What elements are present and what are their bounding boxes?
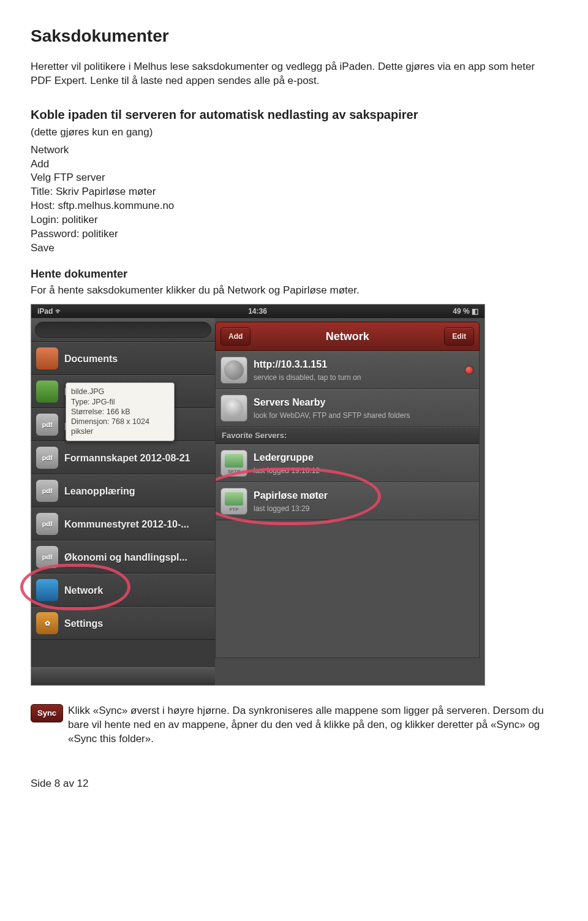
sidebar-item-pdf[interactable]: pdf Økonomi og handlingspl...: [31, 540, 215, 574]
sidebar-item-label: Documents: [64, 352, 118, 366]
pdf-icon: pdf: [36, 447, 58, 469]
intro-paragraph: Heretter vil politikere i Melhus lese sa…: [31, 60, 557, 88]
add-button[interactable]: Add: [221, 327, 251, 346]
sidebar-item-network[interactable]: Network: [31, 574, 215, 607]
favorite-servers-label: Favorite Servers:: [216, 427, 479, 444]
status-left: iPad ᯤ: [37, 306, 62, 316]
status-bar: iPad ᯤ 14:36 49 % ◧: [31, 305, 484, 318]
setup-line: Velg FTP server: [31, 171, 557, 185]
status-dot-icon: [466, 366, 473, 374]
globe-icon: [221, 357, 247, 384]
tooltip-line: Dimensjon: 768 x 1024 piksler: [71, 417, 169, 437]
app-sidebar: Documents Rece bilde.JPG Type: JPG-fil S…: [31, 318, 215, 685]
server-title: Papirløse møter: [254, 489, 328, 502]
sync-button[interactable]: Sync: [31, 704, 63, 722]
panel-header: Add Network Edit: [215, 322, 480, 351]
setup-steps: Network Add Velg FTP server Title: Skriv…: [31, 143, 557, 256]
pdf-icon: pdf: [36, 513, 58, 535]
sidebar-item-pdf[interactable]: pdf Formannskapet 2012-08-21: [31, 441, 215, 474]
server-subtitle: last logged 13:29: [254, 504, 328, 514]
sidebar-footer: [31, 667, 215, 685]
page-number: Side 8 av 12: [31, 777, 557, 791]
sync-instructions: Sync Klikk «Sync» øverst i høyre hjørne.…: [31, 704, 557, 746]
server-subtitle: service is disabled, tap to turn on: [254, 373, 361, 382]
search-bar[interactable]: [31, 318, 215, 342]
search-input[interactable]: [35, 322, 211, 338]
file-tooltip: bilde.JPG Type: JPG-fil Størrelse: 166 k…: [66, 382, 175, 441]
network-icon: [36, 579, 58, 601]
setup-line: Login: politiker: [31, 213, 557, 227]
recents-icon: [36, 381, 58, 403]
hente-subtext: For å hente saksdokumenter klikker du på…: [31, 284, 557, 298]
documents-icon: [36, 347, 58, 370]
section-subtext: (dette gjøres kun en gang): [31, 126, 557, 140]
pdf-icon: pdf: [36, 546, 58, 568]
tooltip-line: bilde.JPG: [71, 387, 169, 396]
sidebar-item-label: Formannskapet 2012-08-21: [64, 452, 190, 465]
sidebar-item-pdf[interactable]: pdf Leanopplæring: [31, 474, 215, 507]
server-icon: SFTP: [221, 450, 247, 477]
server-row-nearby[interactable]: Servers Nearby look for WebDAV, FTP and …: [216, 389, 479, 427]
panel-title: Network: [326, 329, 369, 344]
setup-line: Host: sftp.melhus.kommune.no: [31, 199, 557, 213]
edit-button[interactable]: Edit: [444, 327, 474, 346]
section-heading-koble: Koble ipaden til serveren for automatisk…: [31, 107, 557, 123]
tooltip-line: Type: JPG-fil: [71, 397, 169, 407]
server-row-ledergruppe[interactable]: SFTP Ledergruppe last logged 19.10.12: [216, 444, 479, 482]
ipad-screenshot: iPad ᯤ 14:36 49 % ◧ Documents Rece: [31, 304, 485, 686]
server-subtitle: last logged 19.10.12: [254, 466, 320, 476]
dish-icon: [221, 395, 247, 422]
setup-line: Add: [31, 157, 557, 172]
page-title: Saksdokumenter: [31, 25, 557, 48]
settings-icon: ✿: [36, 612, 58, 634]
sidebar-item-documents[interactable]: Documents: [31, 342, 215, 375]
sync-text-1: Klikk «Sync» øverst i høyre hjørne. Da s…: [68, 705, 490, 716]
sidebar-item-pdf[interactable]: pdf Kommunestyret 2012-10-...: [31, 507, 215, 540]
pdf-icon: pdf: [36, 480, 58, 502]
pdf-icon: pdf: [36, 414, 58, 436]
server-title: Ledergruppe: [254, 451, 320, 464]
server-row-local[interactable]: http://10.3.1.151 service is disabled, t…: [216, 351, 479, 389]
section-heading-hente: Hente dokumenter: [31, 267, 557, 281]
setup-line: Password: politiker: [31, 227, 557, 241]
tooltip-line: Størrelse: 166 kB: [71, 407, 169, 417]
server-title: http://10.3.1.151: [254, 358, 361, 371]
server-title: Servers Nearby: [254, 396, 410, 409]
server-icon: FTP: [221, 488, 247, 515]
status-battery: 49 % ◧: [453, 306, 478, 316]
status-time: 14:36: [248, 306, 267, 316]
sidebar-item-label: Leanopplæring: [64, 485, 135, 498]
sidebar-item-label: Kommunestyret 2012-10-...: [64, 518, 189, 531]
network-panel: Add Network Edit http://10.3.1.151 servi…: [215, 318, 484, 685]
sidebar-item-label: Settings: [64, 617, 103, 631]
setup-line: Network: [31, 143, 557, 157]
server-subtitle: look for WebDAV, FTP and SFTP shared fol…: [254, 411, 410, 420]
sidebar-item-label: Network: [64, 584, 103, 597]
sidebar-item-settings[interactable]: ✿ Settings: [31, 607, 215, 640]
setup-line: Title: Skriv Papirløse møter: [31, 185, 557, 199]
sidebar-item-label: Økonomi og handlingspl...: [64, 551, 187, 564]
setup-line: Save: [31, 241, 557, 256]
server-row-papirlose[interactable]: FTP Papirløse møter last logged 13:29: [216, 482, 479, 520]
